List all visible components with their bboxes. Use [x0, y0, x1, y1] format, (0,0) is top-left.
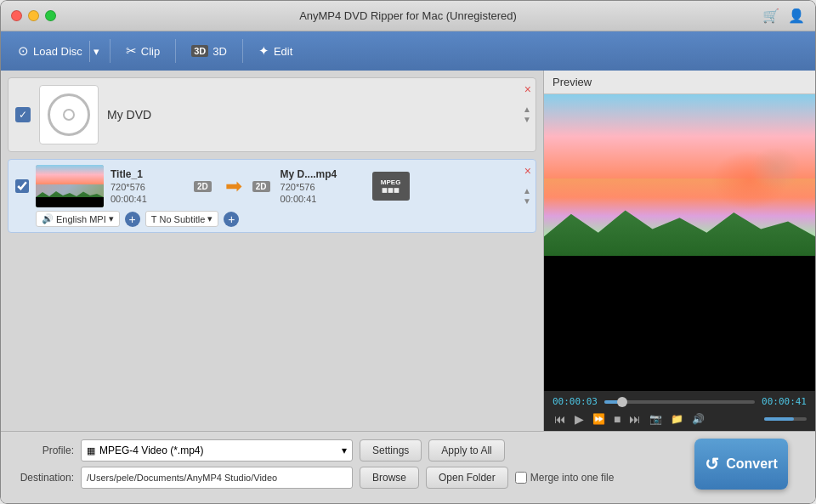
output-duration: 00:00:41: [280, 194, 366, 204]
clip-label: Clip: [141, 45, 160, 58]
output-name: My D....mp4: [280, 168, 366, 180]
toolbar-separator-3: [242, 39, 243, 63]
time-current: 00:00:03: [552, 396, 598, 407]
apply-to-all-button[interactable]: Apply to All: [428, 439, 504, 462]
output-settings-icon: MPEG ▦▦▦: [381, 179, 401, 193]
profile-row: Profile: ▦ MPEG-4 Video (*.mp4) ▾ Settin…: [14, 439, 681, 462]
user-icon[interactable]: 👤: [788, 8, 805, 24]
title-bar-actions: 🛒 👤: [762, 8, 805, 24]
title-duration: 00:00:41: [110, 194, 187, 204]
title-checkbox[interactable]: [15, 179, 29, 193]
dvd-disc-icon: [39, 85, 99, 144]
timeline-scrubber[interactable]: [604, 400, 755, 404]
profile-select-inner: ▦ MPEG-4 Video (*.mp4): [87, 445, 204, 456]
load-disc-button[interactable]: ⊙ Load Disc: [11, 39, 89, 63]
title-thumbnail: [36, 165, 104, 207]
dvd-item-arrows: ▲ ▼: [523, 105, 531, 124]
dvd-arrow-down[interactable]: ▼: [523, 116, 531, 124]
3d-label: 3D: [212, 45, 227, 58]
title-resolution: 720*576: [110, 182, 187, 192]
disc-inner: [63, 109, 75, 121]
dvd-checkbox[interactable]: ✓: [15, 107, 31, 122]
load-disc-group: ⊙ Load Disc ▾: [11, 39, 103, 63]
convert-label: Convert: [726, 456, 777, 472]
merge-checkbox[interactable]: [515, 472, 527, 484]
merge-text: Merge into one file: [530, 472, 615, 484]
title-item-bottom: 🔊 English MPI ▾ + T No Subtitle ▾ +: [15, 211, 529, 227]
profile-chevron-icon: ▾: [342, 445, 347, 456]
edit-label: Edit: [274, 45, 292, 58]
convert-button[interactable]: ↺ Convert: [694, 439, 788, 490]
dvd-item: ✓ My DVD × ▲ ▼: [8, 77, 536, 152]
profile-label: Profile:: [14, 445, 74, 456]
preview-buttons: ⏮ ▶ ⏩ ■ ⏭ 📷 📁 🔊: [552, 412, 807, 426]
skip-forward-button[interactable]: ⏭: [627, 412, 643, 426]
title-arrow-up[interactable]: ▲: [523, 187, 531, 195]
audio-select[interactable]: 🔊 English MPI ▾: [36, 211, 120, 227]
video-cloud2: [751, 147, 802, 190]
cart-icon[interactable]: 🛒: [762, 8, 779, 24]
add-audio-button[interactable]: +: [125, 212, 140, 227]
preview-header: Preview: [544, 71, 815, 94]
input-badge-2d: 2D: [194, 181, 212, 192]
toolbar-separator-2: [175, 39, 176, 63]
browse-button[interactable]: Browse: [360, 467, 419, 489]
title-arrow-down[interactable]: ▼: [523, 197, 531, 206]
volume-slider[interactable]: [764, 417, 807, 421]
window-controls[interactable]: [11, 10, 56, 21]
minimize-button[interactable]: [28, 10, 39, 21]
subtitle-value: No Subtitle: [159, 214, 205, 224]
skip-back-button[interactable]: ⏮: [552, 412, 568, 426]
close-button[interactable]: [11, 10, 22, 21]
profile-select[interactable]: ▦ MPEG-4 Video (*.mp4) ▾: [81, 439, 353, 462]
title-close-button[interactable]: ×: [524, 164, 531, 178]
video-frame: [544, 94, 815, 281]
open-folder-button[interactable]: Open Folder: [426, 467, 508, 489]
output-info: My D....mp4 720*576 00:00:41: [280, 168, 366, 204]
volume-button[interactable]: 🔊: [690, 413, 706, 425]
settings-button[interactable]: Settings: [360, 439, 422, 462]
clip-icon: ✂: [126, 43, 137, 59]
video-letterbox-bottom: [544, 256, 815, 281]
profile-value: MPEG-4 Video (*.mp4): [99, 445, 204, 456]
title-name: Title_1: [110, 168, 187, 180]
subtitle-chevron-icon: ▾: [207, 213, 212, 224]
convert-icon: ↺: [705, 454, 719, 474]
title-item-main: Title_1 720*576 00:00:41 2D ➡ 2D My D...…: [15, 165, 529, 207]
audio-icon: 🔊: [42, 213, 54, 224]
dvd-arrow-up[interactable]: ▲: [523, 105, 531, 114]
convert-arrow-icon: ➡: [225, 174, 242, 198]
fast-forward-button[interactable]: ⏩: [591, 413, 607, 425]
load-disc-label: Load Disc: [33, 45, 82, 58]
destination-label: Destination:: [14, 472, 74, 484]
time-total: 00:00:41: [762, 396, 807, 407]
folder-button[interactable]: 📁: [669, 413, 685, 425]
load-disc-dropdown[interactable]: ▾: [89, 41, 103, 62]
load-disc-icon: ⊙: [18, 43, 29, 59]
preview-video: [544, 94, 815, 391]
add-subtitle-button[interactable]: +: [224, 212, 239, 227]
dvd-close-button[interactable]: ×: [524, 82, 531, 96]
bottom-left: Profile: ▦ MPEG-4 Video (*.mp4) ▾ Settin…: [14, 439, 681, 489]
profile-grid-icon: ▦: [87, 445, 95, 456]
thumb-overlay: [36, 197, 104, 207]
preview-controls: 00:00:03 00:00:41 ⏮ ▶ ⏩ ■ ⏭ 📷 📁 🔊: [544, 391, 815, 431]
stop-button[interactable]: ■: [612, 412, 622, 426]
play-button[interactable]: ▶: [573, 412, 586, 426]
screenshot-button[interactable]: 📷: [648, 413, 664, 425]
timeline-thumb: [617, 397, 627, 407]
output-badge-2d: 2D: [252, 181, 270, 192]
dvd-name: My DVD: [107, 108, 529, 122]
volume-fill: [764, 417, 794, 421]
destination-input[interactable]: [81, 467, 353, 489]
window-title: AnyMP4 DVD Ripper for Mac (Unregistered): [299, 9, 517, 22]
edit-button[interactable]: ✦ Edit: [250, 39, 301, 63]
destination-row: Destination: Browse Open Folder Merge in…: [14, 467, 681, 489]
3d-button[interactable]: 3D 3D: [183, 41, 235, 62]
convert-section: ↺ Convert: [681, 439, 802, 490]
output-settings-button[interactable]: MPEG ▦▦▦: [372, 172, 410, 201]
thumb-sky: [36, 165, 104, 184]
subtitle-select[interactable]: T No Subtitle ▾: [145, 211, 219, 227]
maximize-button[interactable]: [45, 10, 56, 21]
clip-button[interactable]: ✂ Clip: [117, 39, 168, 63]
